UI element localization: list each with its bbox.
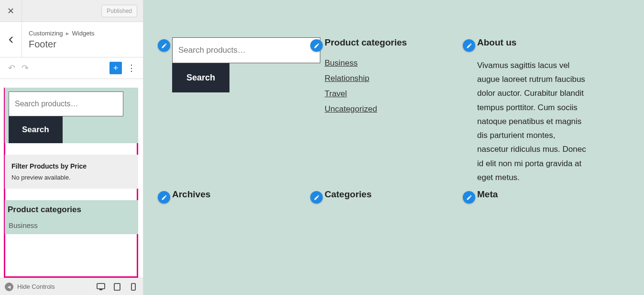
category-link[interactable]: Relationship [325,74,463,83]
widget-title: Archives [172,189,310,200]
category-link[interactable]: Travel [325,89,463,99]
about-text: Vivamus sagittis lacus vel augue laoreet… [477,58,587,184]
footer-widget-categories2: Categories [325,189,463,200]
preview-search-button[interactable]: Search [172,63,229,92]
breadcrumb-child[interactable]: Widgets [72,30,95,37]
search-block[interactable]: Search [5,88,138,143]
edit-widget-button[interactable] [158,39,170,52]
preview-search-input[interactable] [172,37,320,63]
filter-price-title: Filter Products by Price [11,162,131,170]
pencil-icon [314,43,320,49]
tablet-preview-button[interactable] [112,282,122,292]
widget-title: Categories [325,189,463,200]
breadcrumb-parent[interactable]: Customizing [29,30,63,37]
hide-controls-label: Hide Controls [17,283,55,290]
pencil-icon [161,43,167,49]
back-button[interactable] [0,22,22,57]
edit-widget-button[interactable] [463,191,475,204]
footer-widget-about: About us Vivamus sagittis lacus vel augu… [477,37,615,184]
edit-widget-button[interactable] [463,39,475,52]
site-preview: Search Product categories Business Relat… [143,0,644,295]
pencil-icon [314,194,320,201]
close-customizer-button[interactable]: ✕ [0,0,22,22]
desktop-preview-button[interactable] [96,282,106,292]
footer-widget-meta: Meta [477,189,615,200]
svg-rect-0 [97,284,105,289]
categories-title: Product categories [8,205,138,215]
breadcrumb: Customizing▸Widgets [29,30,95,37]
widget-title: About us [477,37,615,48]
more-options-button[interactable]: ⋮ [125,61,138,75]
categories-block[interactable]: Product categories Business [5,200,138,234]
footer-widget-search: Search [172,37,310,184]
svg-rect-2 [114,284,120,290]
category-links: Business Relationship Travel Uncategoriz… [325,58,463,114]
customizer-topbar: ✕ Published [0,0,143,22]
section-title: Footer [29,39,95,50]
svg-rect-3 [131,284,135,290]
customizer-panel: ✕ Published Customizing▸Widgets Footer ↶… [0,0,143,295]
chevron-left-icon [8,36,14,44]
block-canvas[interactable]: Search Filter Products by Price No previ… [0,79,143,278]
search-button[interactable]: Search [9,116,63,143]
published-button[interactable]: Published [101,5,137,17]
redo-button[interactable]: ↷ [18,61,32,75]
category-link[interactable]: Uncategorized [325,104,463,114]
widget-title: Product categories [325,37,463,48]
widget-title: Meta [477,189,615,200]
edit-widget-button[interactable] [310,39,323,52]
undo-button[interactable]: ↶ [5,61,18,75]
pencil-icon [466,194,472,201]
filter-price-message: No preview available. [11,174,131,181]
filter-price-block[interactable]: Filter Products by Price No preview avai… [5,155,138,189]
mobile-preview-button[interactable] [129,282,138,292]
categories-item[interactable]: Business [8,221,138,229]
edit-widget-button[interactable] [310,191,323,204]
customizer-footer: ◄ Hide Controls [0,278,143,295]
search-input[interactable] [9,91,123,116]
category-link[interactable]: Business [325,58,463,68]
customizer-path: Customizing▸Widgets Footer [0,22,143,57]
pencil-icon [161,194,167,201]
hide-controls-button[interactable]: ◄ Hide Controls [5,283,55,291]
block-toolbar: ↶ ↷ + ⋮ [0,57,143,79]
add-block-button[interactable]: + [109,62,122,74]
edit-widget-button[interactable] [158,191,170,204]
footer-widget-categories: Product categories Business Relationship… [325,37,463,184]
svg-rect-1 [99,289,102,290]
footer-widget-archives: Archives [172,189,310,200]
collapse-icon: ◄ [5,283,13,291]
pencil-icon [466,43,472,49]
